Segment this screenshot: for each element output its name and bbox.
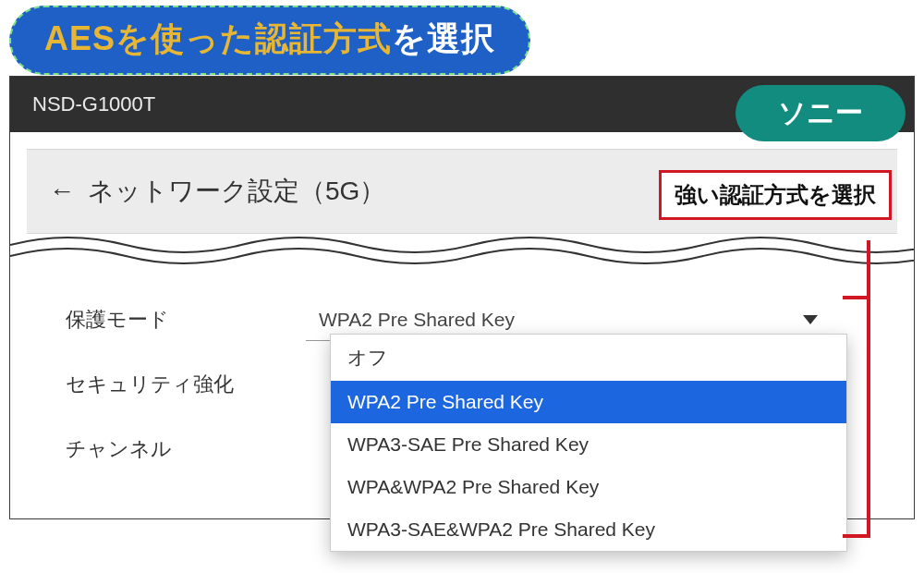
headline-banner: AESを使った認証方式を選択 [9,6,530,75]
callout-strong-auth: 強い認証方式を選択 [659,170,892,220]
page-header: ← ネットワーク設定（5G） 強い認証方式を選択 [27,149,897,234]
dropdown-option[interactable]: オフ [331,335,846,381]
dropdown-option[interactable]: WPA3-SAE Pre Shared Key [331,423,846,466]
page-title: ネットワーク設定（5G） [88,174,385,209]
label-protect-mode: 保護モード [66,306,306,334]
form-area: 保護モード WPA2 Pre Shared Key セキュリティ強化 チャンネル… [10,265,914,518]
device-model: NSD-G1000T [32,92,155,116]
brand-pill-sony: ソニー [736,85,906,141]
back-arrow-icon[interactable]: ← [49,177,75,206]
select-protect-mode-value: WPA2 Pre Shared Key [319,309,515,331]
dropdown-protect-mode[interactable]: オフ WPA2 Pre Shared Key WPA3-SAE Pre Shar… [330,334,847,552]
router-admin-panel: NSD-G1000T ヘルプ・お問 ← ネットワーク設定（5G） 強い認証方式を… [9,76,915,519]
chevron-down-icon [803,315,818,324]
label-security-enhance: セキュリティ強化 [66,371,306,398]
dropdown-option[interactable]: WPA&WPA2 Pre Shared Key [331,466,846,508]
headline-rest: を選択 [392,19,495,57]
headline-accent: AESを使った認証方式 [44,19,392,57]
dropdown-option-selected[interactable]: WPA2 Pre Shared Key [331,381,846,423]
label-channel: チャンネル [66,435,306,463]
wavy-cut-divider [10,234,914,265]
dropdown-option[interactable]: WPA3-SAE&WPA2 Pre Shared Key [331,508,846,551]
